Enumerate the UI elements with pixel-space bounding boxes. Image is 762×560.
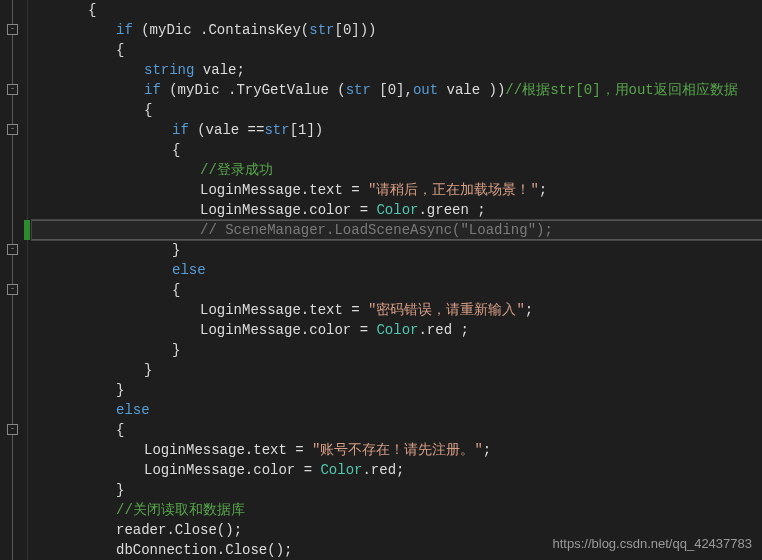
code-line[interactable]: else (32, 400, 762, 420)
token-punct: } (172, 342, 180, 358)
code-line[interactable]: if (vale ==str[1]) (32, 120, 762, 140)
token-punct: { (116, 42, 124, 58)
code-line[interactable]: if (myDic .ContainsKey(str[0])) (32, 20, 762, 40)
code-line[interactable]: } (32, 360, 762, 380)
code-area[interactable]: {if (myDic .ContainsKey(str[0])){string … (28, 0, 762, 560)
token-ident: LoginMessage (144, 442, 245, 458)
token-ident: ContainsKey (208, 22, 300, 38)
token-punct: ( (329, 82, 346, 98)
token-kw: str (309, 22, 334, 38)
token-punct: ], (396, 82, 413, 98)
gutter: ------ (0, 0, 28, 560)
token-ident: LoginMessage (200, 202, 301, 218)
token-punct: { (172, 282, 180, 298)
code-line[interactable]: //登录成功 (32, 160, 762, 180)
token-punct: .text = (301, 182, 368, 198)
code-line[interactable]: LoginMessage.color = Color.green ; (32, 200, 762, 220)
watermark-text: https://blog.csdn.net/qq_42437783 (553, 534, 753, 554)
fold-toggle-icon[interactable]: - (7, 244, 18, 255)
fold-toggle-icon[interactable]: - (7, 284, 18, 295)
token-punct: . (217, 542, 225, 558)
token-punct: ]) (306, 122, 323, 138)
change-marker-icon (24, 220, 30, 240)
token-punct: (vale == (189, 122, 265, 138)
token-kw: str (264, 122, 289, 138)
token-ident: reader (116, 522, 166, 538)
code-line[interactable]: LoginMessage.color = Color.red; (32, 460, 762, 480)
token-punct: (myDic . (133, 22, 209, 38)
code-line[interactable]: LoginMessage.text = "账号不存在！请先注册。"; (32, 440, 762, 460)
token-kw: out (413, 82, 438, 98)
token-punct: { (144, 102, 152, 118)
code-editor[interactable]: ------ {if (myDic .ContainsKey(str[0])){… (0, 0, 762, 560)
token-dim: // SceneManager.LoadSceneAsync("Loading"… (200, 222, 553, 238)
token-punct: { (88, 2, 96, 18)
token-punct: .red; (362, 462, 404, 478)
token-punct: } (172, 242, 180, 258)
code-line[interactable]: LoginMessage.text = "请稍后，正在加载场景！"; (32, 180, 762, 200)
token-punct: vale; (194, 62, 244, 78)
token-punct: } (144, 362, 152, 378)
token-kw: if (172, 122, 189, 138)
token-punct: ; (525, 302, 533, 318)
code-line[interactable]: else (32, 260, 762, 280)
code-line[interactable]: { (32, 40, 762, 60)
fold-toggle-icon[interactable]: - (7, 24, 18, 35)
token-punct: } (116, 382, 124, 398)
code-line[interactable]: { (32, 140, 762, 160)
fold-toggle-icon[interactable]: - (7, 424, 18, 435)
token-punct: vale )) (438, 82, 505, 98)
token-punct: { (116, 422, 124, 438)
token-cmt: //根据str[0]，用out返回相应数据 (505, 82, 737, 98)
token-ident: LoginMessage (144, 462, 245, 478)
token-cmt: //登录成功 (200, 162, 273, 178)
token-str: "账号不存在！请先注册。" (312, 442, 483, 458)
token-punct: .color = (245, 462, 321, 478)
token-str: "请稍后，正在加载场景！" (368, 182, 539, 198)
token-type: Color (376, 322, 418, 338)
token-punct: (); (267, 542, 292, 558)
fold-toggle-icon[interactable]: - (7, 84, 18, 95)
code-line[interactable]: // SceneManager.LoadSceneAsync("Loading"… (32, 220, 762, 240)
token-punct: .text = (245, 442, 312, 458)
token-ident: dbConnection (116, 542, 217, 558)
code-line[interactable]: } (32, 240, 762, 260)
token-punct: .green ; (418, 202, 485, 218)
token-punct: [ (371, 82, 388, 98)
code-line[interactable]: } (32, 380, 762, 400)
code-line[interactable]: //关闭读取和数据库 (32, 500, 762, 520)
token-punct: } (116, 482, 124, 498)
token-ident: TryGetValue (236, 82, 328, 98)
token-ident: LoginMessage (200, 322, 301, 338)
token-punct: . (166, 522, 174, 538)
code-line[interactable]: string vale; (32, 60, 762, 80)
code-line[interactable]: } (32, 480, 762, 500)
code-line[interactable]: { (32, 420, 762, 440)
token-kw: else (172, 262, 206, 278)
code-line[interactable]: { (32, 280, 762, 300)
token-kw: if (144, 82, 161, 98)
token-punct: ; (483, 442, 491, 458)
code-line[interactable]: if (myDic .TryGetValue (str [0],out vale… (32, 80, 762, 100)
token-kw: else (116, 402, 150, 418)
code-line[interactable]: { (32, 100, 762, 120)
token-punct: ( (301, 22, 309, 38)
token-type: Color (376, 202, 418, 218)
token-punct: ; (539, 182, 547, 198)
code-line[interactable]: LoginMessage.text = "密码错误，请重新输入"; (32, 300, 762, 320)
token-kw: if (116, 22, 133, 38)
fold-toggle-icon[interactable]: - (7, 124, 18, 135)
token-ident: LoginMessage (200, 182, 301, 198)
token-ident: 0 (388, 82, 396, 98)
token-ident: Close (225, 542, 267, 558)
token-punct: ])) (351, 22, 376, 38)
token-punct: [ (334, 22, 342, 38)
code-line[interactable]: { (32, 0, 762, 20)
token-punct: .color = (301, 202, 377, 218)
token-punct: .color = (301, 322, 377, 338)
code-line[interactable]: } (32, 340, 762, 360)
token-punct: .red ; (418, 322, 468, 338)
code-line[interactable]: LoginMessage.color = Color.red ; (32, 320, 762, 340)
token-cmt: //关闭读取和数据库 (116, 502, 245, 518)
token-punct: (myDic . (161, 82, 237, 98)
